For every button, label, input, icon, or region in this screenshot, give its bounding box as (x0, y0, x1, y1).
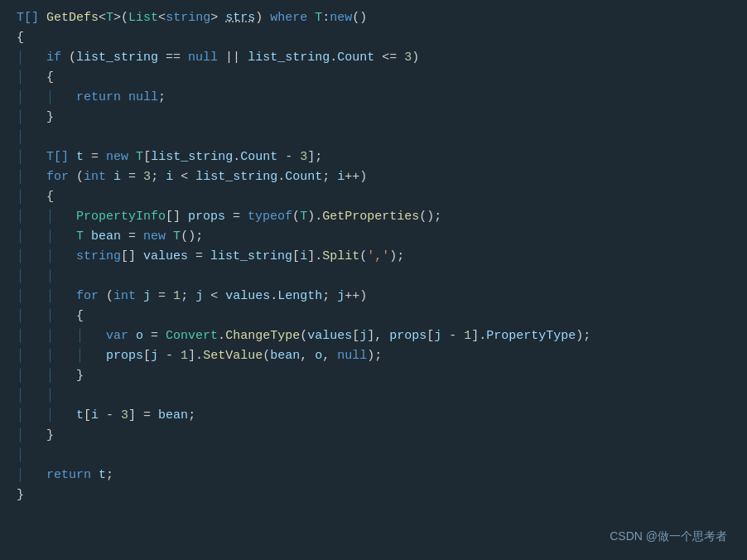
code-line-10: │ { (17, 187, 747, 207)
code-line-22: │ } (17, 426, 747, 446)
code-line-3: │ if (list_string == null || list_string… (17, 48, 747, 68)
watermark: CSDN @做一个思考者 (610, 527, 727, 545)
code-line-19: │ │ } (17, 366, 747, 386)
code-line-15: │ │ for (int j = 1; j < values.Length; j… (17, 287, 747, 307)
code-line-11: │ │ PropertyInfo[] props = typeof(T).Get… (17, 207, 747, 227)
code-line-9: │ for (int i = 3; i < list_string.Count;… (17, 167, 747, 187)
code-line-1: T[] GetDefs<T>(List<string> strs) where … (17, 8, 747, 28)
code-line-6: │ } (17, 108, 747, 128)
code-line-8: │ T[] t = new T[list_string.Count - 3]; (17, 147, 747, 167)
code-line-25: } (17, 485, 747, 505)
code-line-18: │ │ │ props[j - 1].SetValue(bean, o, nul… (17, 346, 747, 366)
token-type: T[] (17, 8, 39, 28)
code-line-12: │ │ T bean = new T(); (17, 227, 747, 247)
code-line-23: │ (17, 446, 747, 466)
code-line-13: │ │ string[] values = list_string[i].Spl… (17, 247, 747, 267)
code-line-20: │ │ (17, 386, 747, 406)
code-line-2: { (17, 28, 747, 48)
code-line-14: │ │ (17, 267, 747, 287)
code-line-5: │ │ return null; (17, 88, 747, 108)
code-line-17: │ │ │ var o = Convert.ChangeType(values[… (17, 326, 747, 346)
code-line-24: │ return t; (17, 466, 747, 485)
code-line-4: │ { (17, 68, 747, 88)
code-line-16: │ │ { (17, 307, 747, 326)
code-editor: T[] GetDefs<T>(List<string> strs) where … (0, 0, 747, 560)
code-line-21: │ │ t[i - 3] = bean; (17, 406, 747, 426)
code-line-7: │ (17, 128, 747, 147)
